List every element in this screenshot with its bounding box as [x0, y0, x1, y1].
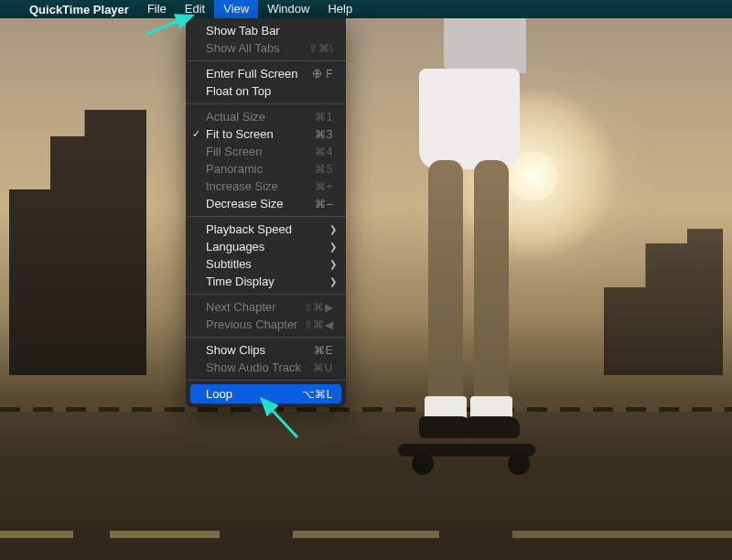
- menuitem-shortcut: ⇧⌘\: [308, 42, 333, 55]
- menuitem-panoramic: Panoramic ⌘5: [186, 160, 346, 178]
- menu-window[interactable]: Window: [258, 0, 318, 18]
- video-frame: [0, 18, 732, 560]
- menuitem-shortcut: ⌘+: [315, 180, 333, 193]
- chevron-right-icon: ❯: [329, 259, 337, 269]
- menuitem-shortcut: ⌘1: [315, 111, 333, 124]
- menuitem-fill-screen: Fill Screen ⌘4: [186, 143, 346, 160]
- menuitem-label: Show Audio Track: [206, 361, 313, 374]
- buildings-left: [9, 110, 146, 375]
- chevron-right-icon: ❯: [329, 242, 337, 252]
- buildings-right: [604, 229, 723, 375]
- menuitem-label: Fill Screen: [206, 145, 315, 158]
- menuitem-label: Panoramic: [206, 162, 315, 176]
- menuitem-actual-size: Actual Size ⌘1: [186, 108, 346, 125]
- menuitem-next-chapter: Next Chapter ⇧⌘▶: [186, 298, 346, 316]
- skateboard-wheel: [412, 453, 434, 475]
- menuitem-shortcut: ⌘3: [315, 128, 333, 141]
- menuitem-shortcut: ⇧⌘▶: [304, 301, 334, 314]
- menuitem-label: Enter Full Screen: [206, 67, 312, 81]
- annotation-arrow-view: [142, 14, 206, 41]
- view-dropdown: Show Tab Bar Show All Tabs ⇧⌘\ Enter Ful…: [186, 18, 346, 407]
- skateboard-wheel: [508, 453, 530, 475]
- menuitem-shortcut: ⌘4: [315, 145, 333, 158]
- menuitem-label: Increase Size: [206, 179, 315, 193]
- menuitem-label: Next Chapter: [206, 300, 304, 314]
- chevron-right-icon: ❯: [329, 224, 337, 234]
- menuitem-shortcut: ⇧⌘◀: [304, 318, 334, 331]
- menuitem-label: Previous Chapter: [206, 318, 304, 331]
- menuitem-shortcut: F: [312, 68, 333, 81]
- menuitem-shortcut: ⌘5: [315, 163, 333, 176]
- annotation-arrow-loop: [256, 393, 311, 444]
- menuitem-label: Decrease Size: [206, 197, 315, 210]
- menuitem-label: Float on Top: [206, 84, 333, 98]
- menuitem-label: Show All Tabs: [206, 41, 308, 55]
- menuitem-label: Actual Size: [206, 110, 315, 124]
- menu-separator: [186, 380, 346, 381]
- menuitem-shortcut: ⌘U: [313, 361, 333, 374]
- menuitem-enter-full-screen[interactable]: Enter Full Screen F: [186, 65, 346, 82]
- menu-separator: [186, 294, 346, 295]
- menuitem-languages[interactable]: Languages ❯: [186, 238, 346, 255]
- checkmark-icon: ✓: [192, 128, 200, 140]
- menuitem-show-all-tabs: Show All Tabs ⇧⌘\: [186, 39, 346, 57]
- svg-line-2: [262, 399, 297, 437]
- globe-icon: [312, 69, 322, 79]
- menuitem-label: Languages: [206, 240, 333, 253]
- menuitem-label: Playback Speed: [206, 222, 333, 236]
- menuitem-shortcut: ⌘E: [314, 344, 333, 357]
- menuitem-previous-chapter: Previous Chapter ⇧⌘◀: [186, 316, 346, 333]
- svg-line-1: [146, 16, 192, 34]
- menuitem-shortcut: ⌘–: [315, 198, 333, 210]
- menuitem-playback-speed[interactable]: Playback Speed ❯: [186, 221, 346, 238]
- menuitem-show-audio-track: Show Audio Track ⌘U: [186, 359, 346, 376]
- menu-separator: [186, 216, 346, 217]
- app-name[interactable]: QuickTime Player: [20, 3, 138, 16]
- menubar: QuickTime Player File Edit View Window H…: [0, 0, 732, 18]
- menuitem-label: Subtitles: [206, 257, 333, 271]
- menu-separator: [186, 337, 346, 338]
- menu-separator: [186, 103, 346, 104]
- menuitem-label: Show Tab Bar: [206, 24, 333, 38]
- menuitem-label: Fit to Screen: [206, 127, 315, 141]
- menuitem-subtitles[interactable]: Subtitles ❯: [186, 255, 346, 273]
- menuitem-increase-size: Increase Size ⌘+: [186, 178, 346, 195]
- menuitem-show-tab-bar[interactable]: Show Tab Bar: [186, 22, 346, 39]
- chevron-right-icon: ❯: [329, 276, 337, 286]
- menuitem-label: Time Display: [206, 275, 333, 288]
- road-marking: [0, 531, 732, 538]
- menu-view[interactable]: View: [214, 0, 258, 18]
- menu-help[interactable]: Help: [318, 0, 361, 18]
- menuitem-float-on-top[interactable]: Float on Top: [186, 82, 346, 100]
- menuitem-label: Show Clips: [206, 343, 314, 357]
- menuitem-decrease-size[interactable]: Decrease Size ⌘–: [186, 195, 346, 212]
- menu-separator: [186, 60, 346, 61]
- person-skateboarder: [393, 14, 526, 453]
- menuitem-fit-to-screen[interactable]: ✓ Fit to Screen ⌘3: [186, 125, 346, 143]
- menuitem-time-display[interactable]: Time Display ❯: [186, 273, 346, 290]
- menuitem-show-clips[interactable]: Show Clips ⌘E: [186, 341, 346, 359]
